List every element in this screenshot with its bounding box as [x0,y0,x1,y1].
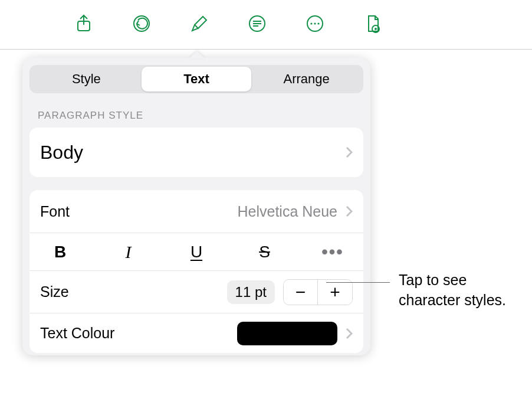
svg-point-8 [375,28,377,30]
chevron-right-icon [346,205,353,217]
font-row[interactable]: Font Helvetica Neue [29,190,363,233]
callout-text: Tap to see character styles. [399,270,528,311]
tab-text[interactable]: Text [142,67,252,91]
character-styles-button[interactable]: ••• [315,240,350,264]
undo-button[interactable] [129,12,155,38]
text-color-swatch[interactable] [237,322,337,345]
document-icon [362,13,383,37]
size-stepper: − + [283,279,353,305]
chevron-right-icon [346,146,353,158]
format-popover: Style Text Arrange Paragraph Style Body … [22,58,370,355]
text-color-row[interactable]: Text Colour [29,313,363,353]
svg-point-5 [314,22,316,24]
size-increase-button[interactable]: + [318,280,352,305]
underline-button[interactable]: U [179,240,214,264]
paragraph-style-header: Paragraph Style [38,110,363,122]
svg-point-6 [317,22,319,24]
more-button[interactable] [302,12,328,38]
size-decrease-button[interactable]: − [284,280,318,305]
share-icon [73,13,94,37]
strikethrough-button[interactable]: S [247,240,283,264]
tab-style[interactable]: Style [31,67,142,91]
text-format-row: B I U S ••• [29,233,363,270]
undo-icon [131,13,152,37]
format-tabs: Style Text Arrange [29,65,363,93]
callout-line [326,282,390,283]
text-color-label: Text Colour [40,325,114,342]
text-options-card: Font Helvetica Neue B I U S ••• Size 11 … [29,190,363,353]
format-button[interactable] [186,12,212,38]
size-value[interactable]: 11 pt [227,280,275,304]
paintbrush-icon [189,13,210,37]
paragraph-style-row[interactable]: Body [29,128,363,177]
font-label: Font [40,203,70,220]
bold-button[interactable]: B [42,240,78,264]
size-label: Size [40,283,69,300]
share-button[interactable] [71,12,97,38]
italic-button[interactable]: I [111,240,146,264]
chevron-right-icon [346,328,353,339]
paragraph-style-card: Body [29,128,363,177]
app-toolbar [0,0,532,50]
size-row: Size 11 pt − + [29,270,363,313]
tab-arrange[interactable]: Arrange [251,67,362,91]
more-icon [304,13,326,37]
font-value: Helvetica Neue [237,203,337,220]
text-align-icon [247,13,268,37]
document-button[interactable] [360,12,386,38]
paragraph-style-name: Body [40,142,83,164]
svg-point-4 [310,22,312,24]
insert-button[interactable] [244,12,270,38]
